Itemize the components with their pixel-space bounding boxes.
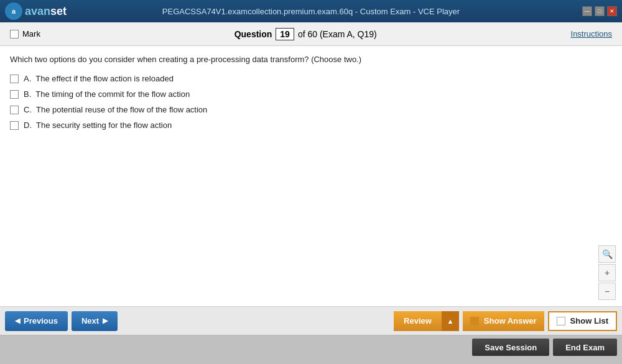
show-list-icon: [557, 317, 565, 325]
next-arrow-icon: ▶: [103, 317, 108, 325]
option-d-label: D. The security setting for the flow act…: [24, 121, 172, 130]
main-content: Which two options do you consider when c…: [0, 46, 622, 307]
mark-area: Mark: [10, 29, 40, 39]
show-list-button[interactable]: Show List: [548, 311, 617, 331]
total-questions: of 60 (Exam A, Q19): [298, 29, 377, 39]
option-a: A. The effect if the flow action is relo…: [10, 74, 612, 83]
option-d: D. The security setting for the flow act…: [10, 121, 612, 130]
checkbox-d[interactable]: [10, 121, 19, 130]
mark-checkbox[interactable]: [10, 30, 19, 39]
question-header: Mark Question 19 of 60 (Exam A, Q19) Ins…: [0, 22, 622, 46]
option-a-label: A. The effect if the flow action is relo…: [24, 74, 174, 83]
prev-arrow-icon: ◀: [15, 317, 20, 325]
minimize-button[interactable]: —: [582, 6, 592, 16]
mark-label: Mark: [22, 29, 40, 39]
question-number: 19: [276, 28, 294, 40]
option-c: C. The potential reuse of the flow of th…: [10, 105, 612, 114]
question-nav: Question 19 of 60 (Exam A, Q19): [234, 28, 377, 40]
close-button[interactable]: ✕: [607, 6, 617, 16]
show-answer-icon: [470, 317, 479, 325]
zoom-search-icon[interactable]: 🔍: [598, 245, 616, 263]
zoom-controls: 🔍 + −: [598, 245, 616, 300]
logo-icon: a: [5, 2, 22, 20]
question-text: Which two options do you consider when c…: [10, 55, 612, 64]
zoom-in-button[interactable]: +: [598, 264, 616, 281]
instructions-link[interactable]: Instructions: [571, 29, 612, 39]
review-dropdown-icon[interactable]: ▲: [442, 311, 459, 331]
title-bar: a avanset PEGACSSA74V1.examcollection.pr…: [0, 0, 622, 22]
option-c-label: C. The potential reuse of the flow of th…: [24, 105, 207, 114]
save-session-button[interactable]: Save Session: [472, 339, 549, 356]
session-bar: Save Session End Exam: [0, 335, 622, 359]
option-b-label: B. The timing of the commit for the flow…: [24, 89, 190, 99]
restore-button[interactable]: □: [595, 6, 605, 16]
question-label: Question: [234, 29, 272, 39]
title-bar-left: a avanset: [5, 2, 67, 20]
title-controls: — □ ✕: [582, 6, 617, 16]
bottom-nav: ◀ Previous Next ▶ Review ▲ Show Answer S…: [0, 307, 622, 335]
window-title: PEGACSSA74V1.examcollection.premium.exam…: [162, 7, 460, 16]
end-exam-button[interactable]: End Exam: [553, 339, 617, 356]
checkbox-b[interactable]: [10, 90, 19, 99]
show-answer-button[interactable]: Show Answer: [463, 311, 544, 331]
previous-button[interactable]: ◀ Previous: [5, 311, 68, 331]
review-button[interactable]: Review ▲: [394, 311, 459, 331]
next-button[interactable]: Next ▶: [72, 311, 118, 331]
option-b: B. The timing of the commit for the flow…: [10, 89, 612, 99]
zoom-out-button[interactable]: −: [598, 283, 616, 300]
logo-text: avanset: [25, 5, 67, 18]
checkbox-c[interactable]: [10, 106, 19, 114]
checkbox-a[interactable]: [10, 75, 19, 83]
logo: a avanset: [5, 2, 67, 20]
